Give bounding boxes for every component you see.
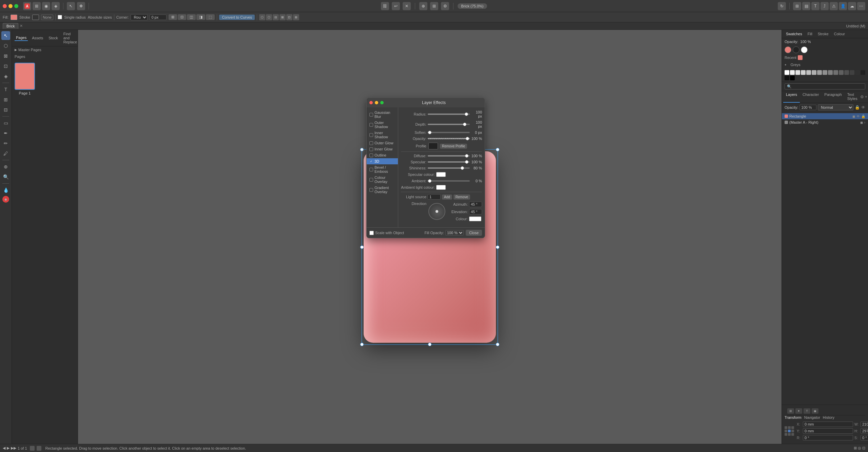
zoom-tool[interactable]: 🔍	[1, 172, 10, 181]
le-outer-glow[interactable]: Outer Glow	[367, 140, 398, 146]
minimize-window-button[interactable]	[8, 4, 13, 8]
layer-master-row[interactable]: (Master A - Right) ◼ ›	[782, 119, 868, 125]
align-right-icon[interactable]: ⊟	[273, 14, 279, 20]
anchor-tr[interactable]	[791, 426, 794, 429]
le-opacity-thumb[interactable]	[466, 137, 469, 140]
black-color-circle[interactable]	[793, 46, 799, 53]
le-remove-light-button[interactable]: Remove	[454, 194, 470, 200]
eyedropper-tool[interactable]: 💧	[1, 186, 10, 194]
le-outer-glow-checkbox[interactable]	[369, 141, 373, 145]
page-1-thumbnail-row[interactable]: Page 1	[12, 60, 78, 98]
master-pages-row[interactable]: ▶ Master Pages	[12, 46, 78, 53]
le-close-button[interactable]	[369, 101, 373, 104]
le-outer-shadow-checkbox[interactable]	[369, 123, 373, 127]
status-icon-2[interactable]	[37, 446, 41, 451]
place-tool[interactable]: ⊕	[1, 162, 10, 171]
le-min-button[interactable]	[375, 101, 378, 104]
le-close-button-footer[interactable]: Close	[466, 230, 482, 236]
align-bottom-icon[interactable]: ⊞	[293, 14, 299, 20]
y-input[interactable]: 0 mm	[803, 428, 853, 434]
r-input[interactable]: 0 °	[803, 435, 853, 440]
colour-picker-tool[interactable]: ●	[2, 196, 9, 203]
le-shininess-thumb[interactable]	[461, 166, 464, 170]
colour-tab[interactable]: Colour	[833, 31, 846, 37]
le-ambient-light-colour-swatch[interactable]	[436, 185, 446, 190]
transform-icon[interactable]: ⊞	[787, 408, 794, 414]
le-inner-glow-checkbox[interactable]	[369, 147, 373, 151]
grid-icon[interactable]: ⊞	[430, 2, 438, 10]
x-input[interactable]: 0 mm	[803, 422, 853, 427]
text-icon[interactable]: T	[811, 2, 819, 10]
le-profile-thumbnail[interactable]	[428, 143, 438, 149]
le-bevel-emboss[interactable]: Bevel / Emboss	[367, 164, 398, 174]
warning-icon[interactable]: ⚠	[830, 2, 838, 10]
w-input[interactable]: 210 mm	[861, 422, 868, 427]
align-center-h-icon[interactable]: ⬠	[266, 14, 272, 20]
mode-icon[interactable]: ◉	[42, 2, 50, 10]
prev-page-button[interactable]: ◀	[3, 446, 5, 450]
le-ambient-slider[interactable]	[428, 180, 470, 182]
swatch-black[interactable]	[790, 76, 795, 80]
swatch-a0[interactable]	[817, 70, 822, 75]
le-outer-shadow[interactable]: Outer Shadow	[367, 120, 398, 130]
le-add-light-button[interactable]: Add	[442, 194, 452, 200]
le-azimuth-input[interactable]: 45 °	[469, 202, 482, 207]
pink-color-circle[interactable]	[785, 46, 791, 53]
character-tab[interactable]: Character	[800, 91, 822, 103]
snapping-icon[interactable]: ⊕	[419, 2, 427, 10]
le-gradient-overlay[interactable]: Gradient Overlay	[367, 185, 398, 195]
le-specular-thumb[interactable]	[465, 160, 468, 164]
layer-eye-icon[interactable]: 👁	[861, 105, 865, 110]
redo-icon[interactable]: ✕	[403, 2, 411, 10]
close-window-button[interactable]	[3, 4, 7, 8]
layer-rectangle-eye[interactable]: 👁	[856, 115, 860, 118]
frame-text-tool[interactable]: ⊞	[1, 95, 10, 104]
align-left-icon[interactable]: ⬡	[259, 14, 265, 20]
swatch-10[interactable]	[785, 76, 789, 80]
swatch-60[interactable]	[839, 70, 844, 75]
status-icon-1[interactable]	[30, 446, 35, 451]
transform-tab-transform[interactable]: Transform	[785, 415, 802, 419]
link-icon[interactable]: ⛓	[381, 2, 389, 10]
layer-master-arrow[interactable]: ›	[864, 121, 865, 124]
le-opacity-slider[interactable]	[428, 138, 470, 139]
canvas-area[interactable]: Layer Effects Gaussian Blur Outer Shadow…	[78, 30, 782, 444]
le-bevel-emboss-checkbox[interactable]	[369, 168, 373, 171]
anchor-ml[interactable]	[785, 430, 787, 432]
swatch-white[interactable]	[785, 70, 789, 75]
stroke-tab[interactable]: Stroke	[816, 31, 830, 37]
swatch-f0[interactable]	[790, 70, 795, 75]
anchor-bl[interactable]	[785, 433, 787, 436]
le-fill-opacity-select[interactable]: 100 %	[445, 230, 464, 235]
swatches-tab[interactable]: Swatches	[785, 31, 804, 37]
layer-add-icon[interactable]: +	[865, 95, 867, 99]
assistant-icon[interactable]: ◈	[52, 2, 60, 10]
close-tab-icon[interactable]: ✕	[20, 24, 23, 28]
le-outline-checkbox[interactable]	[369, 153, 373, 157]
share-icon[interactable]: ⤴	[821, 2, 829, 10]
le-soften-slider[interactable]	[428, 132, 470, 133]
le-diffuse-slider[interactable]	[428, 155, 470, 157]
le-inner-shadow-checkbox[interactable]	[369, 133, 373, 137]
view-icon[interactable]: ⊞	[33, 2, 41, 10]
le-gaussian-blur-checkbox[interactable]	[369, 113, 373, 117]
pages-tab[interactable]: Pages	[15, 35, 28, 41]
align-center-v-icon[interactable]: ⊡	[286, 14, 292, 20]
le-specular-slider[interactable]	[428, 161, 470, 163]
s-input[interactable]: 0 °	[861, 435, 868, 440]
le-colour-overlay[interactable]: Colour Overlay	[367, 174, 398, 185]
layers-opacity-input[interactable]	[799, 105, 816, 110]
stroke-swatch[interactable]	[32, 15, 39, 20]
undo-icon[interactable]: ↩	[392, 2, 400, 10]
pencil-tool[interactable]: ✏	[1, 139, 10, 148]
settings-icon[interactable]: ⚙	[441, 2, 449, 10]
anchor-mr[interactable]	[791, 430, 794, 432]
transform-tab-navigator[interactable]: Navigator	[804, 415, 820, 419]
align-top-icon[interactable]: ⊠	[279, 14, 286, 20]
swatch-50[interactable]	[844, 70, 849, 75]
swatch-70[interactable]	[833, 70, 838, 75]
fill-tab[interactable]: Fill	[806, 31, 814, 37]
h-input[interactable]: 297 mm	[861, 428, 868, 434]
corner-btn-2[interactable]: ⊡	[178, 14, 186, 20]
corner-value-input[interactable]	[150, 15, 167, 20]
